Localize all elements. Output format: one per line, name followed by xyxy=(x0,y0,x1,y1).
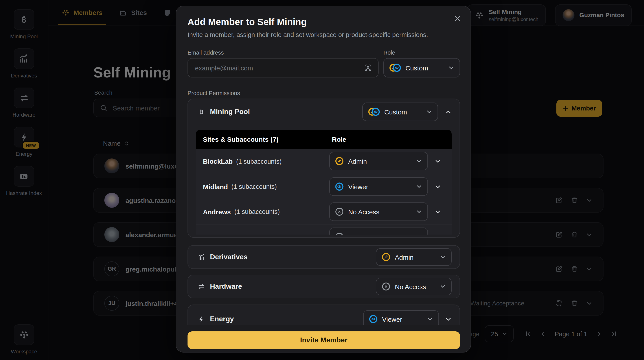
site-name: Andrews xyxy=(203,208,231,216)
user-scan-icon[interactable] xyxy=(364,64,372,72)
viewer-eye-icon xyxy=(335,182,344,191)
subaccount-count: (1 subaccounts) xyxy=(231,183,277,190)
chevron-down-icon xyxy=(416,208,422,215)
expand-chevron-icon[interactable] xyxy=(434,199,441,224)
product-card-mining-pool: Mining Pool Custom Sites & Subaccounts (… xyxy=(188,98,460,238)
chevron-down-icon xyxy=(416,158,422,164)
expand-chevron-icon[interactable] xyxy=(445,316,452,322)
role-select[interactable]: Viewer xyxy=(363,310,439,325)
no-access-icon xyxy=(335,207,344,216)
product-permissions-label: Product Permissions xyxy=(188,90,240,96)
chevron-down-icon xyxy=(426,109,432,115)
collapse-chevron-icon[interactable] xyxy=(445,108,452,115)
admin-pencil-icon xyxy=(382,252,390,262)
custom-role-icon xyxy=(368,108,380,116)
role-select[interactable]: Custom xyxy=(362,102,438,121)
no-access-icon xyxy=(382,282,390,291)
chevron-down-icon xyxy=(440,254,446,260)
chevron-down-icon xyxy=(427,316,433,322)
email-field[interactable] xyxy=(194,64,360,72)
email-label: Email address xyxy=(188,49,224,56)
subaccount-count: (1 subaccounts) xyxy=(234,208,280,215)
role-select[interactable]: Custom xyxy=(384,58,460,78)
site-row: Midland (1 subaccounts) Viewer xyxy=(196,174,452,199)
role-label: Role xyxy=(384,49,395,56)
chevron-down-icon xyxy=(416,184,422,190)
site-name: Midland xyxy=(203,183,228,190)
product-name: Derivatives xyxy=(210,253,248,261)
chevron-down-icon xyxy=(440,284,446,290)
custom-role-icon xyxy=(389,63,401,72)
bitcoin-icon xyxy=(198,108,205,116)
role-value: Custom xyxy=(384,108,422,116)
invite-member-button[interactable]: Invite Member xyxy=(188,332,460,349)
admin-pencil-icon xyxy=(335,157,344,166)
modal-title: Add Member to Self Mining xyxy=(188,17,306,27)
site-row: BlockLab (1 subaccounts) Admin xyxy=(196,149,452,174)
close-icon[interactable] xyxy=(454,15,461,22)
role-value: No Access xyxy=(348,208,412,216)
role-value: Viewer xyxy=(382,315,422,323)
sites-column-header: Sites & Subaccounts (7) xyxy=(203,136,278,143)
derivatives-chart-icon xyxy=(198,253,205,261)
role-column-header: Role xyxy=(332,136,346,143)
role-value: Custom xyxy=(406,64,444,72)
product-name: Hardware xyxy=(210,282,242,290)
role-select[interactable]: Viewer xyxy=(329,177,428,196)
chevron-down-icon xyxy=(448,65,454,71)
role-value: No Access xyxy=(395,283,435,290)
product-name: Mining Pool xyxy=(210,108,250,116)
site-row xyxy=(196,224,452,234)
role-value: Admin xyxy=(348,157,412,165)
role-select[interactable]: Admin xyxy=(329,152,428,170)
product-name: Energy xyxy=(210,315,234,323)
expand-chevron-icon[interactable] xyxy=(434,149,441,174)
role-select[interactable]: No Access xyxy=(329,202,428,221)
modal-subtitle: Invite a member, assign their role and s… xyxy=(188,31,428,38)
site-row: Andrews (1 subaccounts) No Access xyxy=(196,199,452,224)
product-card-energy: Energy Viewer xyxy=(188,304,460,325)
sites-table: Sites & Subaccounts (7) Role BlockLab (1… xyxy=(196,130,452,234)
role-select[interactable]: Admin xyxy=(376,248,452,266)
expand-chevron-icon[interactable] xyxy=(434,174,441,199)
add-member-modal: Add Member to Self Mining Invite a membe… xyxy=(176,6,471,352)
lightning-icon xyxy=(198,315,205,323)
subaccount-count: (1 subaccounts) xyxy=(236,158,282,165)
role-value: Admin xyxy=(395,253,435,261)
role-value: Viewer xyxy=(348,183,412,190)
role-select[interactable]: No Access xyxy=(376,278,452,295)
product-card-hardware: Hardware No Access xyxy=(188,274,460,298)
products-scroll-clip: Energy Viewer xyxy=(176,304,470,325)
viewer-eye-icon xyxy=(369,315,378,324)
role-select[interactable] xyxy=(329,228,428,234)
product-card-derivatives: Derivatives Admin xyxy=(188,245,460,269)
site-name: BlockLab xyxy=(203,158,233,165)
email-field-wrap xyxy=(188,58,378,78)
swap-arrows-icon xyxy=(198,283,205,290)
app-root: Mining Pool Derivatives Hardware NEW Ene… xyxy=(0,0,644,360)
no-access-icon xyxy=(335,232,344,234)
